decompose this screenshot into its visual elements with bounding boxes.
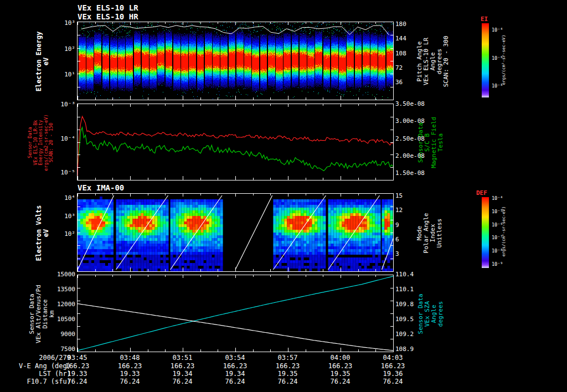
panel4-right-ticks: 110.4110.1109.8109.5109.2108.9 <box>395 271 421 352</box>
tick-label: 3 <box>395 251 399 257</box>
tick-label: 72 <box>395 65 403 71</box>
panel3-left-ticks: 10⁴10³10² <box>53 195 75 237</box>
tick-label: 9000 <box>61 331 76 337</box>
tick-label: 10¹ <box>64 71 75 78</box>
tick-label: 108.9 <box>395 346 414 352</box>
tick-label: 1.50e-08 <box>395 170 425 176</box>
footer-value: 76.24 <box>209 378 261 385</box>
footer-value: 76.24 <box>104 378 156 385</box>
panel3-right-ticks: 1512963 <box>395 193 417 257</box>
axis-label-line: eV <box>43 22 50 101</box>
footer-value: 76.24 <box>367 378 419 385</box>
footer-value: 76.24 <box>51 378 104 385</box>
footer-row-f107: 76.2476.2476.2476.2476.2476.2476.24 <box>51 378 420 385</box>
time-label: 03:54 <box>209 354 261 362</box>
panel2-left-axis-label: Sensor DataVEx ELS-10 LR-BkEnergy Intens… <box>28 104 54 181</box>
tick-label: 110.4 <box>395 271 414 277</box>
tick-label: 144 <box>395 35 406 42</box>
tick-label: 12000 <box>57 301 75 307</box>
tick-label: 2.50e-08 <box>395 136 425 142</box>
tick-label: 36 <box>395 79 403 85</box>
time-label: 03:45 <box>51 354 104 362</box>
panel4-left-ticks: 1500013500120001050090007500 <box>50 271 75 352</box>
colorbar-unit-text: ergs/(cm²-sr-sec-eV) <box>502 193 506 270</box>
tick-label: 109.8 <box>395 301 414 307</box>
colorbar-ei-unit: ergs/(cm²-sr-sec-eV) <box>502 21 506 99</box>
colorbar-ei-title: EI <box>481 16 488 23</box>
tick-label: 10⁻⁴ <box>61 136 76 142</box>
footer-value: 166.23 <box>314 363 367 370</box>
panel1-left-ticks: 10³10²10¹ <box>53 20 75 78</box>
tick-label: 3.00e-08 <box>395 118 425 124</box>
footer-value: 76.24 <box>156 378 209 385</box>
tick-label: 10² <box>64 46 75 52</box>
tick-label: 3.50e-08 <box>395 101 425 107</box>
footer-value: 166.23 <box>104 363 156 370</box>
time-axis-row: 03:4503:4803:5103:5403:5704:0004:03 <box>51 354 420 362</box>
footer-row-lst: 19.3319.3319.3419.3419.3519.3519.36 <box>51 370 420 378</box>
footer-value: 166.23 <box>209 363 261 370</box>
panel3-yaxis-label: Electron VoltseV <box>35 194 50 272</box>
tick-label: 10500 <box>57 316 75 322</box>
els-spectrogram-canvas <box>77 22 394 100</box>
ima-spectrogram-canvas <box>77 193 394 272</box>
panel1-right-axis-label: Pitch AngleVEx ELS-10 LRAngledegreesSCAN… <box>416 22 450 101</box>
footer-value: 19.34 <box>209 370 261 378</box>
time-label: 03:48 <box>104 354 156 362</box>
axis-label-line: Unitless <box>436 194 443 272</box>
tick-label: 108 <box>395 50 406 56</box>
panel3-title: VEx IMA-00 <box>78 183 124 192</box>
footer-value: 76.24 <box>261 378 314 385</box>
tick-label: 10³ <box>64 20 75 26</box>
tick-label: 13500 <box>57 286 75 292</box>
colorbar-unit-text: ergs/(cm²-sr-sec-eV) <box>502 21 506 99</box>
colorbar-def-unit: ergs/(cm²-sr-sec-eV) <box>502 193 506 270</box>
tick-label: 6 <box>395 236 399 243</box>
tick-label: 15 <box>395 193 403 199</box>
tick-label: 110.1 <box>395 286 414 292</box>
footer-value: 19.35 <box>261 370 314 378</box>
footer-value: 166.23 <box>261 363 314 370</box>
footer-value: 166.23 <box>51 363 104 370</box>
axis-label-line: SCAN: 20 - 300 <box>443 22 450 101</box>
tick-label: 109.2 <box>395 331 414 337</box>
footer-value: 19.33 <box>51 370 104 378</box>
tick-label: 10³ <box>64 213 75 219</box>
panel1-title-line2: VEx ELS-10 HR <box>78 12 138 21</box>
footer-value: 19.36 <box>367 370 419 378</box>
axis-label-line: degrees <box>437 275 444 353</box>
time-label: 03:51 <box>156 354 209 362</box>
axis-label-line: Tesla <box>437 104 444 181</box>
tick-label: 9 <box>395 222 399 228</box>
time-label: 04:00 <box>314 354 367 362</box>
panel2-left-ticks: 10⁻³10⁻⁴10⁻⁵ <box>53 101 75 176</box>
tick-label: 15000 <box>57 271 75 277</box>
panel2-right-ticks: 3.50e-083.00e-082.50e-082.00e-081.50e-08 <box>395 101 430 176</box>
footer-value: 76.24 <box>314 378 367 385</box>
footer-value: 166.23 <box>367 363 419 370</box>
tick-label: 7500 <box>61 346 76 352</box>
time-label: 03:57 <box>261 354 314 362</box>
panel1-title-line1: VEx ELS-10 LR <box>78 3 138 12</box>
colorbar-def <box>482 197 489 268</box>
tick-label: 10⁴ <box>64 195 75 201</box>
tick-label: 2.00e-08 <box>395 153 425 159</box>
axis-label-line: eV <box>43 194 50 272</box>
tick-label: 180 <box>395 21 406 27</box>
footer-value: 166.23 <box>156 363 209 370</box>
tick-label: 12 <box>395 207 403 213</box>
tick-label: 109.5 <box>395 316 414 322</box>
vex-quicklook-plot-page: VEx ELS-10 LR VEx ELS-10 HR VEx IMA-00 E… <box>0 0 567 392</box>
panel3-right-axis-label: ModePolar AngleIndexUnitless <box>416 194 443 272</box>
intensity-bfield-line-canvas <box>77 104 394 180</box>
tick-label: 10² <box>64 231 75 237</box>
tick-label: 10⁻³ <box>61 101 76 107</box>
panel1-yaxis-label: Electron EnergyeV <box>35 22 50 101</box>
footer-value: 19.35 <box>314 370 367 378</box>
panel1-right-ticks: 1801441087236 <box>395 21 417 85</box>
footer-value: 19.34 <box>156 370 209 378</box>
tick-label: 10⁻⁵ <box>61 169 76 176</box>
time-label: 04:03 <box>367 354 419 362</box>
footer-value: 19.33 <box>104 370 156 378</box>
panel4-right-axis-label: Sensor DataVEx SZAAngledegrees <box>417 275 444 353</box>
